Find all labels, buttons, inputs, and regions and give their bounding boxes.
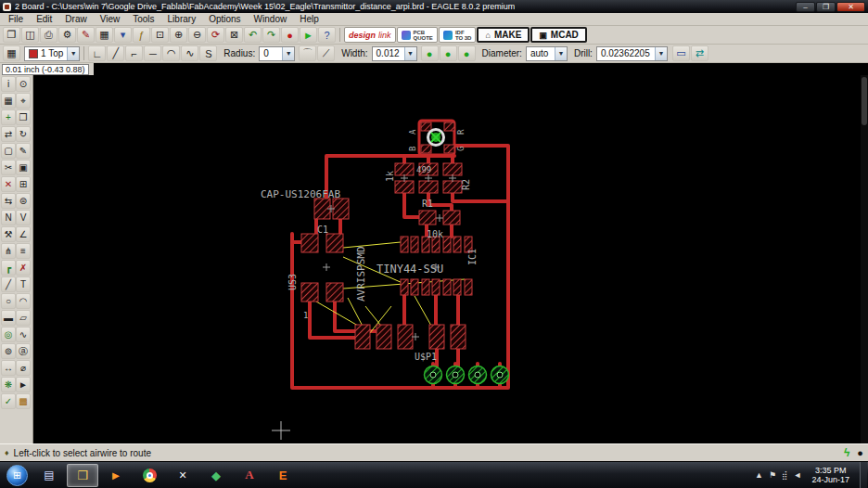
help-icon[interactable]: ? <box>318 27 336 43</box>
layer-settings-icon[interactable]: ▾ <box>114 27 132 43</box>
move-tool[interactable]: + <box>1 109 16 125</box>
paste-tool[interactable]: ▣ <box>16 160 31 175</box>
via-octagon-icon[interactable]: ● <box>458 45 476 61</box>
undo-icon[interactable]: ↶ <box>244 27 262 43</box>
wire-tool[interactable]: ╱ <box>1 276 16 292</box>
ulp-icon[interactable]: ƒ <box>133 27 150 43</box>
drc-tool[interactable]: ▩ <box>16 393 31 409</box>
zoom-out-icon[interactable]: ⊖ <box>188 27 206 43</box>
smash-tool[interactable]: ⚒ <box>1 226 16 242</box>
erc-tool[interactable]: ✓ <box>1 393 16 409</box>
attribute-tool[interactable]: ⓐ <box>16 343 31 359</box>
autoroute-tool[interactable]: ► <box>16 377 31 392</box>
mcad-button[interactable]: ▣ MCAD <box>530 27 587 43</box>
menu-library[interactable]: Library <box>161 13 203 26</box>
delete-tool[interactable]: ✕ <box>1 176 16 192</box>
bend-straight-icon[interactable]: ─ <box>144 45 161 61</box>
vertical-scrollbar-thumb[interactable] <box>862 77 867 125</box>
add-tool[interactable]: ⊞ <box>16 176 31 192</box>
info-tool[interactable]: i <box>1 76 16 92</box>
via-round-icon[interactable]: ● <box>421 45 439 61</box>
dimension-tool[interactable]: ↔ <box>1 360 16 376</box>
zoom-redraw-icon[interactable]: ⟳ <box>207 27 224 43</box>
show-desktop-button[interactable] <box>860 462 867 488</box>
layer-select[interactable]: 1 Top ▼ <box>24 46 80 61</box>
pcb-quote-button[interactable]: PCBQUOTE <box>397 27 438 43</box>
group-tool[interactable]: ▢ <box>1 143 16 159</box>
bend-90-icon[interactable]: ∟ <box>88 45 106 61</box>
taskbar-explorer[interactable]: ❒ <box>67 464 98 487</box>
menu-draw[interactable]: Draw <box>58 13 93 26</box>
status-bolt-icon[interactable]: ϟ <box>844 446 849 459</box>
rect-tool[interactable]: ▬ <box>1 310 16 326</box>
value-tool[interactable]: V <box>16 210 31 225</box>
via-tool[interactable]: ◎ <box>1 327 16 342</box>
route-tool[interactable]: ┏ <box>1 260 16 276</box>
miter-round-icon[interactable]: ⌒ <box>299 45 316 61</box>
flag-icon[interactable]: ⚑ <box>769 470 776 480</box>
show-hidden-icons[interactable]: ▲ <box>755 470 763 480</box>
open-icon[interactable]: ❐ <box>3 27 20 43</box>
menu-tools[interactable]: Tools <box>126 13 160 26</box>
make-button[interactable]: ⌂ MAKE <box>477 27 530 43</box>
network-icon[interactable]: ⣾ <box>782 470 788 480</box>
width-select[interactable]: 0.012 ▼ <box>372 46 417 61</box>
status-dot-icon[interactable]: ● <box>857 447 863 458</box>
sheet-icon[interactable]: ▦ <box>96 27 113 43</box>
menu-options[interactable]: Options <box>202 13 247 26</box>
menu-view[interactable]: View <box>94 13 127 26</box>
minimize-button[interactable]: – <box>796 2 815 12</box>
cut-tool[interactable]: ✂ <box>1 160 16 175</box>
bend-corner-icon[interactable]: ⌐ <box>125 45 143 61</box>
swap-layer-icon[interactable]: ⇄ <box>691 45 708 61</box>
polygon-tool[interactable]: ▱ <box>16 310 31 326</box>
mark-tool[interactable]: ⌖ <box>16 93 31 109</box>
bend-arc-icon[interactable]: ◠ <box>162 45 180 61</box>
taskbar-autodesk[interactable]: A <box>234 464 265 487</box>
redo-icon[interactable]: ↷ <box>262 27 280 43</box>
start-button[interactable]: ⊞ <box>6 465 28 486</box>
circle-tool[interactable]: ○ <box>1 293 16 309</box>
taskbar-app-3[interactable]: ◆ <box>200 464 232 487</box>
mirror-tool[interactable]: ⇄ <box>1 126 16 142</box>
taskbar-app-2[interactable]: ✕ <box>167 464 198 487</box>
diameter-select[interactable]: auto ▼ <box>526 46 568 61</box>
via-square-icon[interactable]: ● <box>440 45 457 61</box>
zoom-select-icon[interactable]: ⊠ <box>225 27 243 43</box>
design-link-button[interactable]: designlink <box>344 27 396 43</box>
taskbar-media-player[interactable]: ► <box>100 464 132 487</box>
pcb-drawing[interactable]: CAP-US1206FAB C1 US3 1 AVRISPSMD TINY44-… <box>33 75 861 443</box>
bend-45-icon[interactable]: ╱ <box>107 45 124 61</box>
vertical-scrollbar[interactable] <box>861 75 868 443</box>
go-icon[interactable]: ► <box>300 27 317 43</box>
board-canvas[interactable]: CAP-US1206FAB C1 US3 1 AVRISPSMD TINY44-… <box>33 75 861 443</box>
print-icon[interactable]: ⎙ <box>40 27 57 43</box>
menu-window[interactable]: Window <box>248 13 294 26</box>
taskbar-app-1[interactable]: ▤ <box>33 464 65 487</box>
stop-icon[interactable]: ● <box>281 27 299 43</box>
menu-file[interactable]: File <box>2 13 30 26</box>
rotate-tool[interactable]: ↻ <box>16 126 31 142</box>
select-rect-icon[interactable]: ▭ <box>672 45 690 61</box>
close-button[interactable]: ✕ <box>836 2 865 12</box>
zoom-in-icon[interactable]: ⊕ <box>170 27 187 43</box>
ripup-tool[interactable]: ✗ <box>16 260 31 276</box>
taskbar-chrome[interactable] <box>134 464 165 487</box>
display-tool[interactable]: ▦ <box>1 93 16 109</box>
layer-dropdown-arrow[interactable]: ▼ <box>67 47 79 60</box>
name-tool[interactable]: N <box>1 210 16 225</box>
zoom-fit-icon[interactable]: ⊡ <box>151 27 169 43</box>
bend-free-icon[interactable]: ∿ <box>181 45 198 61</box>
script-icon[interactable]: ✎ <box>77 27 95 43</box>
split-tool[interactable]: ⋔ <box>1 243 16 259</box>
ratsnest-tool[interactable]: ❋ <box>1 377 16 392</box>
optimize-tool[interactable]: ≡ <box>16 243 31 259</box>
taskbar-clock[interactable]: 3:35 PM 24-Jun-17 <box>807 466 854 484</box>
bend-s-icon[interactable]: S <box>199 45 217 61</box>
volume-icon[interactable]: ◄ <box>794 470 802 480</box>
maximize-button[interactable]: ❐ <box>816 2 836 12</box>
save-icon[interactable]: ◫ <box>21 27 39 43</box>
text-tool[interactable]: T <box>16 276 31 292</box>
lock-tool[interactable]: ⌀ <box>16 360 31 376</box>
taskbar-eagle[interactable]: E <box>267 464 299 487</box>
